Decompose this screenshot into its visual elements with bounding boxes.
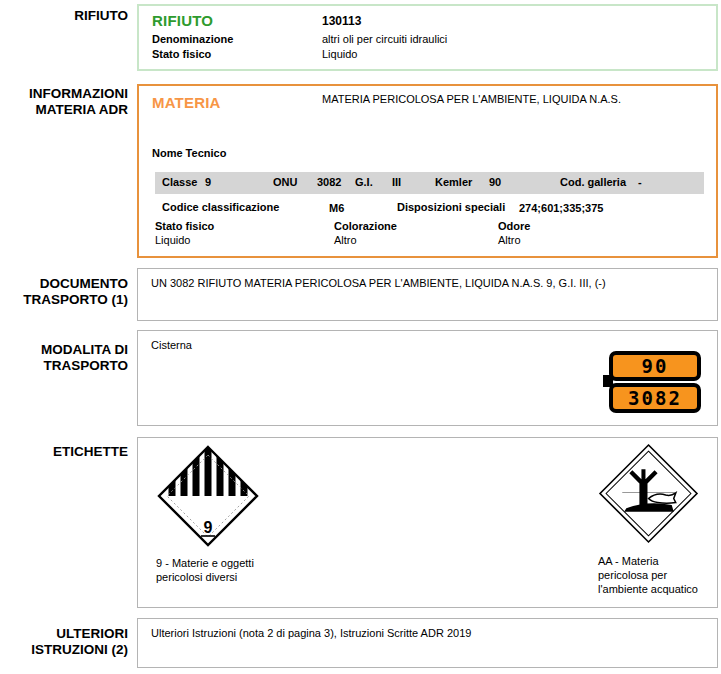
- gi-value: III: [392, 176, 401, 188]
- codice-classificazione-label: Codice classificazione: [162, 201, 279, 213]
- side-label-informazioni-materia-adr: INFORMAZIONI MATERIA ADR: [0, 86, 128, 118]
- adr-orange-plate-un-number: 3082: [609, 383, 701, 413]
- materia-panel: MATERIA MATERIA PERICOLOSA PER L'AMBIENT…: [137, 84, 718, 258]
- adr-orange-plate-kemler: 90: [609, 351, 701, 381]
- rifiuto-panel: RIFIUTO 130113 Denominazione altri oli p…: [137, 4, 718, 71]
- disposizioni-speciali-value: 274;601;335;375: [519, 202, 603, 214]
- side-label-etichette: ETICHETTE: [0, 444, 128, 460]
- class9-hazard-label-icon: 9: [156, 444, 260, 548]
- odore-label: Odore: [498, 220, 530, 232]
- odore-value: Altro: [498, 234, 521, 246]
- modalita-trasporto-text: Cisterna: [151, 339, 192, 351]
- aquatic-caption: AA - Materia pericolosa per l'ambiente a…: [598, 554, 706, 596]
- stato-fisico-value: Liquido: [155, 234, 190, 246]
- rifiuto-denominazione-value: altri oli per circuiti idraulici: [322, 33, 447, 45]
- colorazione-label: Colorazione: [334, 220, 397, 232]
- onu-label: ONU: [273, 176, 297, 188]
- rifiuto-header: RIFIUTO: [152, 12, 213, 29]
- materia-summary-bar: Classe 9 ONU 3082 G.I. III Kemler 90 Cod…: [155, 172, 704, 194]
- class9-digit: 9: [204, 519, 213, 536]
- side-label-documento-trasporto: DOCUMENTO TRASPORTO (1): [0, 276, 128, 308]
- nome-tecnico-label: Nome Tecnico: [152, 147, 226, 159]
- kemler-label: Kemler: [435, 176, 472, 188]
- side-label-rifiuto: RIFIUTO: [0, 8, 128, 24]
- disposizioni-speciali-label: Disposizioni speciali: [397, 201, 505, 213]
- rifiuto-denominazione-label: Denominazione: [152, 33, 233, 45]
- class9-caption: 9 - Materie e oggetti pericolosi diversi: [156, 556, 282, 584]
- aquatic-hazard-label-icon: [596, 441, 701, 546]
- side-label-modalita-trasporto: MODALITA DI TRASPORTO: [0, 342, 128, 374]
- cod-galleria-label: Cod. galleria: [560, 176, 626, 188]
- classe-label: Classe: [162, 176, 197, 188]
- classe-value: 9: [205, 176, 211, 188]
- documento-trasporto-text: UN 3082 RIFIUTO MATERIA PERICOLOSA PER L…: [151, 277, 701, 289]
- rifiuto-stato-fisico-value: Liquido: [322, 48, 357, 60]
- materia-description: MATERIA PERICOLOSA PER L'AMBIENTE, LIQUI…: [322, 93, 702, 105]
- gi-label: G.I.: [355, 176, 373, 188]
- kemler-value: 90: [489, 176, 501, 188]
- documento-trasporto-panel: UN 3082 RIFIUTO MATERIA PERICOLOSA PER L…: [137, 268, 718, 321]
- ulteriori-istruzioni-text: Ulteriori Istruzioni (nota 2 di pagina 3…: [151, 627, 701, 639]
- cod-galleria-value: -: [638, 176, 642, 188]
- rifiuto-stato-fisico-label: Stato fisico: [152, 48, 211, 60]
- rifiuto-code: 130113: [322, 14, 361, 28]
- modalita-trasporto-panel: Cisterna 90 3082: [137, 330, 718, 426]
- onu-value: 3082: [317, 176, 341, 188]
- colorazione-value: Altro: [334, 234, 357, 246]
- codice-classificazione-value: M6: [329, 202, 344, 214]
- ulteriori-istruzioni-panel: Ulteriori Istruzioni (nota 2 di pagina 3…: [137, 618, 718, 668]
- materia-header: MATERIA: [152, 94, 221, 111]
- etichette-panel: 9 9 - Materie e oggetti pericolosi diver…: [137, 437, 718, 608]
- side-label-ulteriori-istruzioni: ULTERIORI ISTRUZIONI (2): [0, 626, 128, 658]
- stato-fisico-label: Stato fisico: [155, 220, 214, 232]
